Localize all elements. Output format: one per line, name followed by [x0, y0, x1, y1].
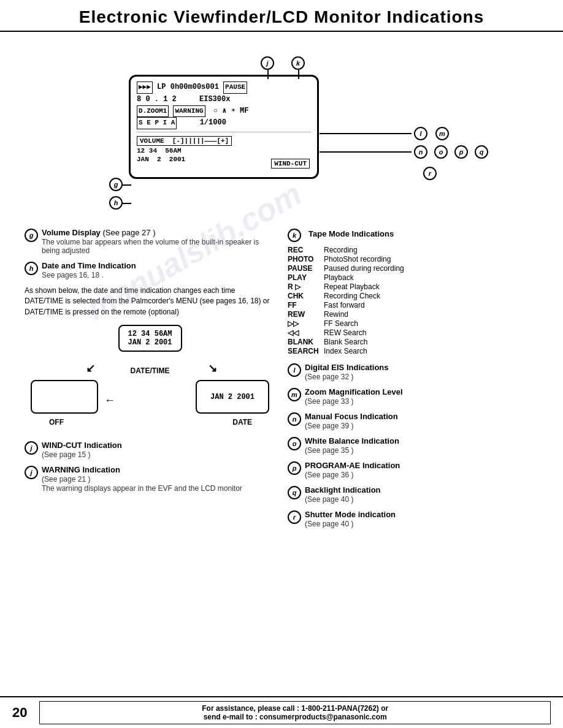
lcd-screen: ▶▶▶ LP 0h00m00s001 PAUSE 8 0 . 1 2 EIS30…: [129, 75, 319, 179]
tape-code-rew: REW: [288, 310, 321, 319]
footer-assistance: For assistance, please call : 1-800-211-…: [39, 701, 551, 724]
lcd-row-2: 8 0 . 1 2 EIS300x: [137, 94, 311, 105]
lcd-warning-box: WARNING: [173, 105, 205, 118]
lcd-eis: EIS300x: [199, 95, 230, 104]
backlight-text: Backlight Indication (See page 40 ): [305, 485, 538, 504]
lcd-row-3: D.ZOOM1 WARNING ○ ∧ ☀ MF: [137, 105, 311, 118]
circle-g: g: [109, 178, 123, 191]
tape-mode-title: Tape Mode Indications: [308, 229, 394, 238]
tape-code-rec: REC: [288, 246, 321, 254]
dt-right-box: JAN 2 2001: [196, 380, 269, 414]
page-footer: 20 For assistance, please call : 1-800-2…: [0, 696, 563, 728]
circle-p: p: [454, 145, 468, 159]
circle-h-left: h: [25, 262, 38, 275]
page-title: Electronic Viewfinder/LCD Monitor Indica…: [12, 7, 551, 27]
date-time-ref: See pages 16, 18 .: [42, 271, 275, 279]
digital-eis-title: Digital EIS Indications: [305, 363, 389, 372]
main-content: ▶▶▶ LP 0h00m00s001 PAUSE 8 0 . 1 2 EIS30…: [0, 38, 563, 534]
manual-focus-item: n Manual Focus Indication (See page 39 ): [288, 412, 538, 430]
tape-desc-photo: PhotoShot recording: [324, 255, 538, 264]
tape-code-rewsearch: ◁◁: [288, 328, 321, 337]
digital-eis-item: l Digital EIS Indications (See page 32 ): [288, 363, 538, 381]
warning-desc: The warning displays appear in the EVF a…: [42, 484, 275, 493]
lcd-date-text: JAN 2 2001: [137, 156, 185, 163]
volume-display-desc: The volume bar appears when the volume o…: [42, 238, 275, 255]
circle-n-right: n: [288, 412, 301, 426]
tape-desc-pause: Paused during recording: [324, 264, 538, 273]
windcut-ref: (See page 15 ): [42, 450, 275, 459]
arrow-left-up: ↙: [86, 362, 95, 375]
lcd-row-1: ▶▶▶ LP 0h00m00s001 PAUSE: [137, 82, 311, 94]
shutter-mode-title: Shutter Mode indication: [305, 510, 396, 519]
tape-mode-header: k Tape Mode Indications: [288, 228, 538, 242]
tape-mode-table: REC Recording PHOTO PhotoShot recording …: [288, 246, 538, 355]
lcd-timecode: 0h00m00s001: [170, 83, 219, 91]
backlight-item: q Backlight Indication (See page 40 ): [288, 485, 538, 504]
white-balance-item: o White Balance Indication (See page 35 …: [288, 436, 538, 455]
tape-code-pause: PAUSE: [288, 264, 321, 273]
circle-r: r: [423, 167, 437, 180]
circle-h: h: [109, 196, 123, 210]
circle-n: n: [414, 145, 427, 159]
program-ae-item: p PROGRAM-AE Indication (See page 36 ): [288, 461, 538, 479]
bottom-section: g Volume Display (See page 27 ) The volu…: [18, 228, 545, 534]
tape-desc-search: Index Search: [324, 347, 538, 355]
zoom-mag-title: Zoom Magnification Level: [305, 387, 403, 396]
diagram-area: ▶▶▶ LP 0h00m00s001 PAUSE 8 0 . 1 2 EIS30…: [18, 38, 545, 216]
circle-o: o: [434, 145, 448, 159]
volume-display-title: Volume Display: [42, 228, 102, 237]
manual-focus-text: Manual Focus Indication (See page 39 ): [305, 412, 538, 430]
circle-j-warning: j: [25, 466, 38, 479]
datetime-diagram: 12 34 56AM JAN 2 2001 DATE/TIME ↙ ↘ OFF …: [25, 325, 275, 432]
windcut-title: WIND-CUT Indication: [42, 441, 122, 450]
digital-eis-ref: (See page 32 ): [305, 373, 538, 381]
tape-desc-blank: Blank Search: [324, 338, 538, 346]
tape-code-photo: PHOTO: [288, 255, 321, 264]
tape-desc-ffsearch: FF Search: [324, 319, 538, 328]
circle-r-right: r: [288, 510, 301, 524]
zoom-mag-ref: (See page 33 ): [305, 397, 538, 406]
white-balance-ref: (See page 35 ): [305, 446, 538, 455]
dt-center-line1: 12 34 56AM: [128, 330, 172, 338]
dt-center-line2: JAN 2 2001: [128, 338, 172, 347]
circle-k-right: k: [288, 229, 301, 242]
right-column: k Tape Mode Indications REC Recording PH…: [288, 228, 538, 534]
lcd-volume-row: VOLUME [-]|||||———[+]: [137, 136, 311, 146]
tape-code-play: PLAY: [288, 273, 321, 282]
backlight-ref: (See page 40 ): [305, 495, 538, 504]
tape-desc-chk: Recording Check: [324, 292, 538, 300]
lcd-volume-box: VOLUME [-]|||||———[+]: [137, 136, 232, 146]
windcut-text: WIND-CUT Indication (See page 15 ): [42, 441, 275, 459]
manual-focus-title: Manual Focus Indication: [305, 412, 398, 421]
tape-code-chk: CHK: [288, 292, 321, 300]
date-time-item: h Date and Time Indication See pages 16,…: [25, 261, 275, 279]
warning-ref: (See page 21 ): [42, 475, 275, 483]
tape-mode-section: k Tape Mode Indications REC Recording PH…: [288, 228, 538, 355]
volume-display-ref: (See page 27 ): [102, 228, 155, 237]
footer-email: send e-mail to : consumerproducts@panaso…: [46, 713, 544, 721]
dt-left-box: [31, 380, 98, 414]
shutter-mode-ref: (See page 40 ): [305, 520, 538, 528]
circle-m-right: m: [288, 388, 301, 401]
shutter-mode-item: r Shutter Mode indication (See page 40 ): [288, 510, 538, 528]
page-number: 20: [12, 705, 27, 721]
tape-code-blank: BLANK: [288, 338, 321, 346]
circle-o-right: o: [288, 437, 301, 450]
lcd-time: 12 34 56AM: [137, 147, 182, 154]
zoom-mag-item: m Zoom Magnification Level (See page 33 …: [288, 387, 538, 406]
lcd-datetime: 12 34 56AM: [137, 147, 311, 154]
circle-j-wind: j: [25, 441, 38, 455]
tape-desc-play: Playback: [324, 273, 538, 282]
footer-phone: For assistance, please call : 1-800-211-…: [46, 704, 544, 713]
lcd-row-4: S E P I A 1/1000: [137, 117, 311, 129]
date-time-desc: As shown below, the date and time indica…: [25, 286, 275, 317]
lcd-windcut: WIND-CUT: [271, 159, 310, 169]
program-ae-title: PROGRAM-AE Indication: [305, 461, 400, 470]
white-balance-text: White Balance Indication (See page 35 ): [305, 436, 538, 455]
circle-q-right: q: [288, 486, 301, 499]
circle-l: l: [414, 127, 427, 140]
lcd-shutter: 1/1000: [200, 118, 226, 127]
white-balance-title: White Balance Indication: [305, 436, 399, 446]
digital-eis-text: Digital EIS Indications (See page 32 ): [305, 363, 538, 381]
lcd-pause-box: PAUSE: [223, 82, 247, 94]
